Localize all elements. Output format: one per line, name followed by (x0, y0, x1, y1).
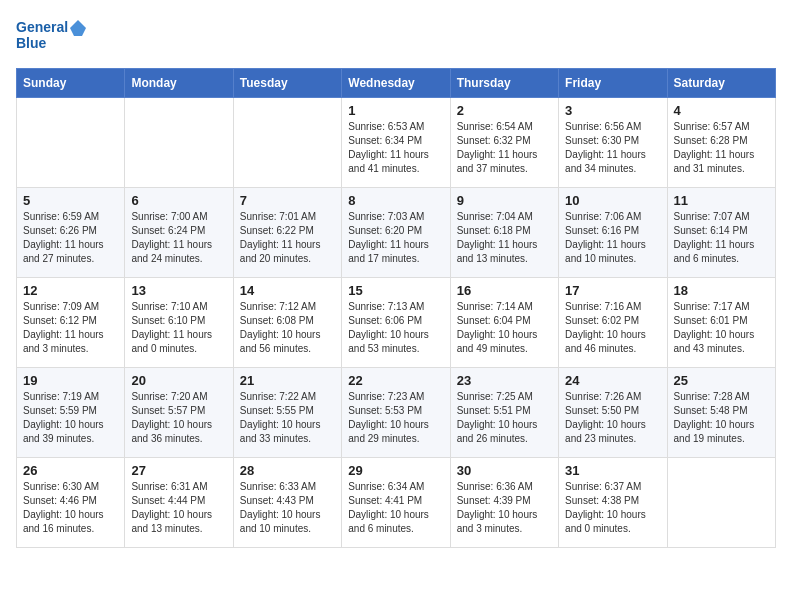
header-cell-monday: Monday (125, 69, 233, 98)
calendar-cell: 1Sunrise: 6:53 AM Sunset: 6:34 PM Daylig… (342, 98, 450, 188)
header: General Blue (16, 16, 776, 56)
calendar-body: 1Sunrise: 6:53 AM Sunset: 6:34 PM Daylig… (17, 98, 776, 548)
svg-text:General: General (16, 19, 68, 35)
day-info: Sunrise: 6:36 AM Sunset: 4:39 PM Dayligh… (457, 480, 552, 536)
day-info: Sunrise: 7:00 AM Sunset: 6:24 PM Dayligh… (131, 210, 226, 266)
day-info: Sunrise: 7:09 AM Sunset: 6:12 PM Dayligh… (23, 300, 118, 356)
day-number: 14 (240, 283, 335, 298)
calendar-table: SundayMondayTuesdayWednesdayThursdayFrid… (16, 68, 776, 548)
header-cell-wednesday: Wednesday (342, 69, 450, 98)
calendar-cell: 15Sunrise: 7:13 AM Sunset: 6:06 PM Dayli… (342, 278, 450, 368)
header-cell-friday: Friday (559, 69, 667, 98)
calendar-cell (667, 458, 775, 548)
day-number: 5 (23, 193, 118, 208)
day-info: Sunrise: 6:33 AM Sunset: 4:43 PM Dayligh… (240, 480, 335, 536)
day-number: 4 (674, 103, 769, 118)
day-info: Sunrise: 6:53 AM Sunset: 6:34 PM Dayligh… (348, 120, 443, 176)
day-number: 15 (348, 283, 443, 298)
day-info: Sunrise: 6:37 AM Sunset: 4:38 PM Dayligh… (565, 480, 660, 536)
day-info: Sunrise: 7:04 AM Sunset: 6:18 PM Dayligh… (457, 210, 552, 266)
day-info: Sunrise: 6:59 AM Sunset: 6:26 PM Dayligh… (23, 210, 118, 266)
day-number: 26 (23, 463, 118, 478)
calendar-cell: 18Sunrise: 7:17 AM Sunset: 6:01 PM Dayli… (667, 278, 775, 368)
svg-marker-2 (70, 20, 86, 36)
calendar-cell: 23Sunrise: 7:25 AM Sunset: 5:51 PM Dayli… (450, 368, 558, 458)
day-number: 13 (131, 283, 226, 298)
calendar-cell: 21Sunrise: 7:22 AM Sunset: 5:55 PM Dayli… (233, 368, 341, 458)
header-cell-tuesday: Tuesday (233, 69, 341, 98)
day-info: Sunrise: 7:17 AM Sunset: 6:01 PM Dayligh… (674, 300, 769, 356)
day-info: Sunrise: 7:23 AM Sunset: 5:53 PM Dayligh… (348, 390, 443, 446)
day-info: Sunrise: 7:03 AM Sunset: 6:20 PM Dayligh… (348, 210, 443, 266)
day-info: Sunrise: 7:20 AM Sunset: 5:57 PM Dayligh… (131, 390, 226, 446)
calendar-cell: 24Sunrise: 7:26 AM Sunset: 5:50 PM Dayli… (559, 368, 667, 458)
day-number: 20 (131, 373, 226, 388)
header-cell-saturday: Saturday (667, 69, 775, 98)
day-number: 2 (457, 103, 552, 118)
calendar-cell: 22Sunrise: 7:23 AM Sunset: 5:53 PM Dayli… (342, 368, 450, 458)
day-info: Sunrise: 7:06 AM Sunset: 6:16 PM Dayligh… (565, 210, 660, 266)
day-info: Sunrise: 7:12 AM Sunset: 6:08 PM Dayligh… (240, 300, 335, 356)
calendar-cell: 13Sunrise: 7:10 AM Sunset: 6:10 PM Dayli… (125, 278, 233, 368)
logo-icon: General Blue (16, 16, 86, 56)
day-number: 23 (457, 373, 552, 388)
calendar-cell: 6Sunrise: 7:00 AM Sunset: 6:24 PM Daylig… (125, 188, 233, 278)
calendar-cell: 2Sunrise: 6:54 AM Sunset: 6:32 PM Daylig… (450, 98, 558, 188)
calendar-cell: 4Sunrise: 6:57 AM Sunset: 6:28 PM Daylig… (667, 98, 775, 188)
day-number: 7 (240, 193, 335, 208)
day-info: Sunrise: 7:19 AM Sunset: 5:59 PM Dayligh… (23, 390, 118, 446)
day-number: 31 (565, 463, 660, 478)
day-number: 6 (131, 193, 226, 208)
calendar-cell: 12Sunrise: 7:09 AM Sunset: 6:12 PM Dayli… (17, 278, 125, 368)
calendar-cell: 20Sunrise: 7:20 AM Sunset: 5:57 PM Dayli… (125, 368, 233, 458)
calendar-cell (233, 98, 341, 188)
calendar-week-row: 12Sunrise: 7:09 AM Sunset: 6:12 PM Dayli… (17, 278, 776, 368)
day-info: Sunrise: 7:14 AM Sunset: 6:04 PM Dayligh… (457, 300, 552, 356)
day-number: 21 (240, 373, 335, 388)
header-row: SundayMondayTuesdayWednesdayThursdayFrid… (17, 69, 776, 98)
day-number: 24 (565, 373, 660, 388)
day-number: 18 (674, 283, 769, 298)
day-number: 11 (674, 193, 769, 208)
calendar-week-row: 19Sunrise: 7:19 AM Sunset: 5:59 PM Dayli… (17, 368, 776, 458)
logo: General Blue (16, 16, 86, 56)
calendar-cell (17, 98, 125, 188)
day-info: Sunrise: 7:22 AM Sunset: 5:55 PM Dayligh… (240, 390, 335, 446)
day-info: Sunrise: 6:57 AM Sunset: 6:28 PM Dayligh… (674, 120, 769, 176)
day-info: Sunrise: 7:25 AM Sunset: 5:51 PM Dayligh… (457, 390, 552, 446)
calendar-cell: 29Sunrise: 6:34 AM Sunset: 4:41 PM Dayli… (342, 458, 450, 548)
calendar-week-row: 1Sunrise: 6:53 AM Sunset: 6:34 PM Daylig… (17, 98, 776, 188)
day-info: Sunrise: 7:07 AM Sunset: 6:14 PM Dayligh… (674, 210, 769, 266)
day-info: Sunrise: 7:01 AM Sunset: 6:22 PM Dayligh… (240, 210, 335, 266)
calendar-cell (125, 98, 233, 188)
header-cell-sunday: Sunday (17, 69, 125, 98)
calendar-week-row: 5Sunrise: 6:59 AM Sunset: 6:26 PM Daylig… (17, 188, 776, 278)
day-number: 9 (457, 193, 552, 208)
header-cell-thursday: Thursday (450, 69, 558, 98)
calendar-cell: 28Sunrise: 6:33 AM Sunset: 4:43 PM Dayli… (233, 458, 341, 548)
day-number: 16 (457, 283, 552, 298)
day-info: Sunrise: 6:31 AM Sunset: 4:44 PM Dayligh… (131, 480, 226, 536)
day-number: 28 (240, 463, 335, 478)
calendar-cell: 10Sunrise: 7:06 AM Sunset: 6:16 PM Dayli… (559, 188, 667, 278)
day-number: 10 (565, 193, 660, 208)
calendar-cell: 17Sunrise: 7:16 AM Sunset: 6:02 PM Dayli… (559, 278, 667, 368)
calendar-week-row: 26Sunrise: 6:30 AM Sunset: 4:46 PM Dayli… (17, 458, 776, 548)
day-number: 1 (348, 103, 443, 118)
calendar-cell: 16Sunrise: 7:14 AM Sunset: 6:04 PM Dayli… (450, 278, 558, 368)
calendar-cell: 11Sunrise: 7:07 AM Sunset: 6:14 PM Dayli… (667, 188, 775, 278)
day-info: Sunrise: 6:56 AM Sunset: 6:30 PM Dayligh… (565, 120, 660, 176)
calendar-cell: 5Sunrise: 6:59 AM Sunset: 6:26 PM Daylig… (17, 188, 125, 278)
day-info: Sunrise: 6:34 AM Sunset: 4:41 PM Dayligh… (348, 480, 443, 536)
calendar-cell: 14Sunrise: 7:12 AM Sunset: 6:08 PM Dayli… (233, 278, 341, 368)
calendar-cell: 27Sunrise: 6:31 AM Sunset: 4:44 PM Dayli… (125, 458, 233, 548)
day-number: 29 (348, 463, 443, 478)
day-info: Sunrise: 7:13 AM Sunset: 6:06 PM Dayligh… (348, 300, 443, 356)
calendar-cell: 26Sunrise: 6:30 AM Sunset: 4:46 PM Dayli… (17, 458, 125, 548)
calendar-cell: 7Sunrise: 7:01 AM Sunset: 6:22 PM Daylig… (233, 188, 341, 278)
day-info: Sunrise: 7:10 AM Sunset: 6:10 PM Dayligh… (131, 300, 226, 356)
calendar-cell: 3Sunrise: 6:56 AM Sunset: 6:30 PM Daylig… (559, 98, 667, 188)
day-number: 3 (565, 103, 660, 118)
calendar-cell: 9Sunrise: 7:04 AM Sunset: 6:18 PM Daylig… (450, 188, 558, 278)
calendar-cell: 31Sunrise: 6:37 AM Sunset: 4:38 PM Dayli… (559, 458, 667, 548)
